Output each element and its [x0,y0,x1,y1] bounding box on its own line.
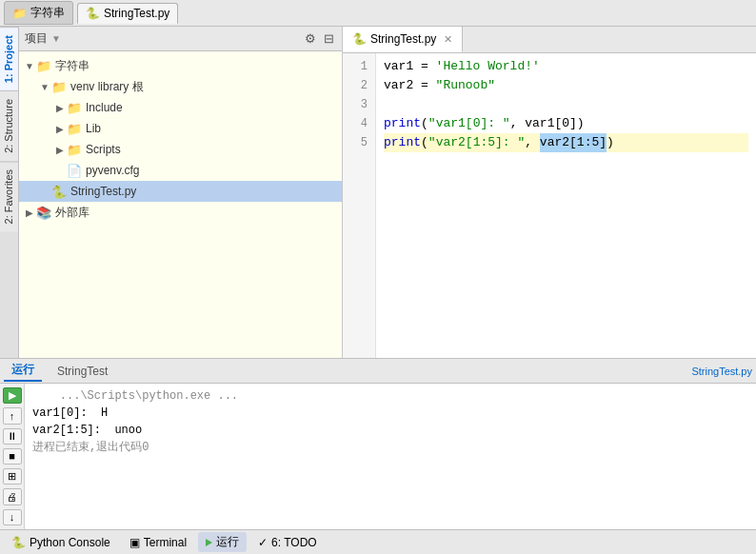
gear-button[interactable]: ⚙ [303,30,318,47]
left-sidebar-tabs: 1: Project 2: Structure 2: Favorites [0,27,19,358]
tree-label-pyvenv: pyvenv.cfg [86,164,139,177]
project-title-label: 项目 [25,30,48,47]
divider-button[interactable]: ⊟ [322,30,336,47]
code-line-4: print("var1[0]: ", var1[0]) [384,114,748,133]
line-num-1: 1 [343,57,375,76]
scroll-up-button[interactable]: ↑ [3,407,22,424]
sidebar-tab-structure[interactable]: 2: Structure [0,90,18,161]
file-tree: ▼ 📁 字符串 ▼ 📁 venv library 根 ▶ 📁 Include [19,51,342,358]
panel-title: 项目 ▼ [25,30,61,47]
sidebar-tab-project[interactable]: 1: Project [0,27,18,90]
bottom-tab-run[interactable]: 运行 [4,360,42,382]
status-tab-todo[interactable]: ✓ 6: TODO [250,534,325,551]
tree-arrow-lib: ▶ [53,124,67,134]
project-panel: 项目 ▼ ⚙ ⊟ ▼ 📁 字符串 ▼ 📁 [19,27,343,358]
tree-item-scripts[interactable]: ▶ 📁 Scripts [19,139,342,160]
editor-tab-stringtest[interactable]: 🐍 StringTest.py ✕ [343,27,463,52]
pyfile-icon-stringtest: 🐍 [51,185,67,199]
tree-label-stringtest: StringTest.py [70,185,136,198]
tree-label-scripts: Scripts [86,143,121,156]
run-play-icon [206,539,212,546]
tree-item-venv[interactable]: ▼ 📁 venv library 根 [19,76,342,97]
pause-button[interactable]: ⏸ [3,428,22,445]
sidebar-tab-favorites[interactable]: 2: Favorites [0,161,18,231]
tree-arrow-include: ▶ [53,103,67,113]
status-bar: 🐍 Python Console ▣ Terminal 运行 ✓ 6: TODO [0,529,756,554]
console-output-line-2: var2[1:5]: unoo [32,422,748,439]
console-exit-line: 进程已结束,退出代码0 [32,439,748,456]
line-num-4: 4 [343,114,375,133]
editor-content: 1 2 3 4 5 var1 = 'Hello World!' var2 = "… [343,53,756,358]
todo-icon: ✓ [258,536,268,549]
tree-item-stringtest[interactable]: ▶ 🐍 StringTest.py [19,181,342,202]
code-line-2: var2 = "Runoob" [384,76,748,95]
title-tab-stringtest[interactable]: 🐍 StringTest.py [77,3,178,24]
folder-icon-include: 📁 [67,101,82,115]
python-icon: 🐍 [11,536,26,549]
grid-button[interactable]: ⊞ [3,468,22,485]
external-icon: 📚 [36,206,51,220]
stop-button[interactable]: ■ [3,448,22,465]
tree-arrow-venv: ▼ [38,82,51,92]
tree-arrow-root: ▼ [23,61,36,71]
tree-item-root[interactable]: ▼ 📁 字符串 [19,55,342,76]
python-console-label: Python Console [30,536,110,549]
code-line-1: var1 = 'Hello World!' [384,57,748,76]
console-output: ...\Scripts\python.exe ... var1[0]: H va… [25,384,756,529]
tree-label-include: Include [86,101,123,114]
play-button[interactable]: ▶ [3,387,22,404]
bottom-tabs: 运行 StringTest StringTest.py [0,359,756,384]
line-num-3: 3 [343,95,375,114]
console-output-line-1: var1[0]: H [32,405,748,422]
folder-icon: 📁 [12,7,27,20]
file-icon-pyvenv: 📄 [67,164,82,178]
title-bar: 📁 字符串 🐍 StringTest.py [0,0,756,27]
folder-icon-venv: 📁 [51,80,67,94]
title-tab-label: StringTest.py [104,7,169,20]
folder-icon-scripts: 📁 [67,143,82,157]
editor-tab-icon: 🐍 [352,32,367,46]
tree-item-external[interactable]: ▶ 📚 外部库 [19,202,342,223]
bottom-tab-stringtest-label: StringTest [57,365,108,378]
run-label: 运行 [216,534,239,550]
terminal-label: Terminal [144,536,187,549]
tree-item-pyvenv[interactable]: ▶ 📄 pyvenv.cfg [19,160,342,181]
status-tab-run[interactable]: 运行 [198,532,247,552]
print-button[interactable]: 🖨 [3,488,22,505]
run-toolbar: ▶ ↑ ⏸ ■ ⊞ 🖨 ↓ [0,384,25,529]
panel-actions: ⚙ ⊟ [303,30,336,47]
tree-label-venv: venv library 根 [70,79,144,95]
bottom-panel: 运行 StringTest StringTest.py ▶ ↑ ⏸ ■ ⊞ 🖨 … [0,358,756,529]
scroll-down-button[interactable]: ↓ [3,509,22,525]
title-tab-label: 字符串 [30,5,65,21]
code-line-3 [384,95,748,114]
bottom-tab-stringtest[interactable]: StringTest [50,363,115,380]
folder-icon-lib: 📁 [67,122,82,136]
console-command-line: ...\Scripts\python.exe ... [32,387,748,405]
title-tab-zifuchuan[interactable]: 📁 字符串 [4,1,73,25]
tree-arrow-external: ▶ [23,208,36,218]
code-content[interactable]: var1 = 'Hello World!' var2 = "Runoob" pr… [376,53,756,358]
tree-label-lib: Lib [86,122,101,135]
panel-toolbar: 项目 ▼ ⚙ ⊟ [19,27,342,51]
tree-item-include[interactable]: ▶ 📁 Include [19,97,342,118]
editor-tab-close[interactable]: ✕ [444,33,452,46]
bottom-tab-run-label: 运行 [11,363,34,376]
todo-label: 6: TODO [271,536,317,549]
line-num-2: 2 [343,76,375,95]
tree-label-external: 外部库 [55,205,90,221]
content-area: 项目 ▼ ⚙ ⊟ ▼ 📁 字符串 ▼ 📁 [19,27,756,358]
editor-tabs: 🐍 StringTest.py ✕ [343,27,756,53]
bottom-content: ▶ ↑ ⏸ ■ ⊞ 🖨 ↓ ...\Scripts\python.exe ...… [0,384,756,529]
status-tab-terminal[interactable]: ▣ Terminal [122,534,194,551]
line-numbers: 1 2 3 4 5 [343,53,376,358]
folder-icon-root: 📁 [36,59,51,73]
bottom-filename[interactable]: StringTest.py [691,366,752,377]
tree-item-lib[interactable]: ▶ 📁 Lib [19,118,342,139]
terminal-icon: ▣ [129,536,140,549]
tree-label-root: 字符串 [55,58,90,74]
main-area: 1: Project 2: Structure 2: Favorites 项目 … [0,27,756,358]
line-num-5: 5 [343,133,375,152]
tree-arrow-scripts: ▶ [53,145,67,155]
status-tab-python-console[interactable]: 🐍 Python Console [4,534,118,551]
